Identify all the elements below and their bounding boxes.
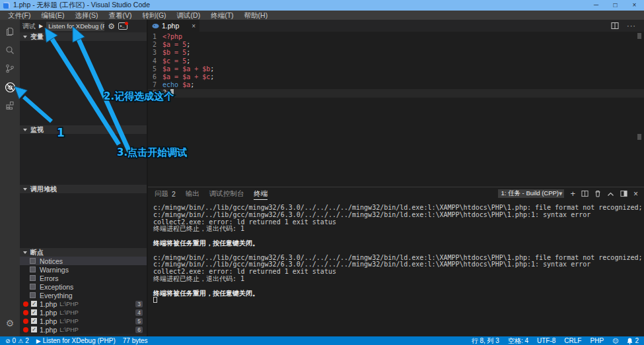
breakpoint-line-badge: 5 [135, 318, 143, 325]
menu-item[interactable]: 文件(F) [3, 11, 36, 20]
checkbox-unchecked[interactable] [30, 292, 36, 298]
variables-body [20, 41, 147, 125]
section-header-variables[interactable]: 变量 [20, 32, 147, 41]
activity-bar: ⚙ [0, 20, 20, 336]
panel-tab-label: 调试控制台 [209, 189, 244, 199]
eol-sequence[interactable]: CRLF [564, 337, 581, 344]
code-line: 5$a = $a + $b; [148, 65, 644, 73]
breakpoint-row[interactable]: ✓1.phpL:\PHP3 [20, 299, 147, 308]
close-panel-icon[interactable]: × [633, 189, 638, 199]
move-panel-icon[interactable] [620, 190, 627, 197]
breakpoint-row[interactable]: ✓1.phpL:\PHP5 [20, 317, 147, 325]
tab-1php[interactable]: 1.php × [148, 20, 199, 32]
checkbox-unchecked[interactable] [30, 258, 36, 264]
cursor-position[interactable]: 行 8, 列 3 [472, 336, 499, 345]
menu-item[interactable]: 编辑(E) [36, 11, 69, 20]
feedback-smiley-icon[interactable]: ☺ [612, 338, 618, 344]
tab-bar: 1.php × ··· [148, 20, 644, 32]
panel-tab-终端[interactable]: 终端 [254, 187, 268, 200]
settings-gear-icon[interactable]: ⚙ [0, 315, 20, 332]
start-debug-button[interactable]: ▶ [39, 23, 43, 29]
play-icon: ▶ [36, 338, 41, 344]
search-icon[interactable] [0, 42, 20, 59]
menu-item[interactable]: 查看(V) [103, 11, 137, 20]
panel-tab-输出[interactable]: 输出 [186, 187, 199, 200]
code-editor[interactable]: 1<?php2$a = 5;3$b = 5;4$c = 5;5$a = $a +… [148, 32, 644, 187]
section-header-call-stack[interactable]: 调用堆栈 [20, 185, 147, 193]
breakpoint-dot-icon [23, 301, 28, 307]
section-header-watch[interactable]: 监视 [20, 125, 147, 134]
breakpoint-row[interactable]: ✓1.phpL:\PHP4 [20, 308, 147, 317]
breakpoint-row[interactable]: ✓1.phpL:\PHP6 [20, 325, 147, 334]
terminal-output[interactable]: c:/mingw/bin/../lib/gcc/mingw32/6.3.0/..… [148, 200, 644, 336]
code-token: $a [182, 65, 190, 73]
menu-item[interactable]: 选择(S) [69, 11, 103, 20]
section-header-breakpoints[interactable]: 断点 [20, 248, 147, 257]
checkbox-unchecked[interactable] [30, 275, 36, 281]
code-token: $b [162, 49, 170, 57]
line-number: 5 [148, 65, 162, 73]
close-button[interactable]: × [625, 0, 644, 11]
terminal-line: 终端进程已终止，退出代码: 1 [153, 226, 644, 233]
code-token: $c [202, 73, 210, 81]
filter-label: Exceptions [40, 283, 73, 291]
checkbox-checked[interactable]: ✓ [31, 318, 37, 324]
terminal-selector-dropdown[interactable]: 1: 任务 - Build (CPP)▼ [498, 189, 564, 198]
line-number: 4 [148, 57, 162, 65]
problems-status[interactable]: ⊘ 0 ⚠ 2 [5, 337, 29, 344]
split-editor-icon[interactable] [611, 22, 619, 30]
breakpoint-dot-icon [23, 319, 28, 324]
breakpoint-filter-row[interactable]: Everything [20, 291, 147, 299]
debug-console-icon[interactable]: ▸_ [118, 22, 127, 30]
minimize-button[interactable]: ─ [587, 0, 606, 11]
checkbox-unchecked[interactable] [30, 267, 36, 272]
title-bar: 1.php - 无标题 (工作区) - Visual Studio Code ─… [0, 0, 644, 11]
tab-close-icon[interactable]: × [192, 22, 196, 30]
code-line: 3$b = 5; [148, 49, 644, 57]
extensions-icon[interactable] [0, 97, 20, 114]
kill-terminal-icon[interactable] [594, 190, 601, 197]
debug-config-dropdown[interactable]: Listen for XDebug (PHI ▼ [46, 22, 104, 31]
split-terminal-icon[interactable] [581, 190, 589, 197]
bottom-panel: 问题2输出调试控制台终端1: 任务 - Build (CPP)▼+× c:/mi… [148, 187, 644, 336]
source-control-icon[interactable] [0, 60, 20, 77]
menu-item[interactable]: 终端(T) [205, 11, 238, 20]
breakpoint-filter-row[interactable]: Errors [20, 274, 147, 282]
explorer-icon[interactable] [0, 23, 20, 40]
checkbox-unchecked[interactable] [30, 284, 36, 290]
menu-item[interactable]: 转到(G) [137, 11, 171, 20]
breakpoint-filter-row[interactable]: Notices [20, 257, 147, 265]
notifications-bell[interactable]: 2 [627, 337, 639, 344]
more-actions-icon[interactable]: ··· [627, 22, 636, 30]
code-token: $a [182, 81, 190, 89]
code-token: ; [186, 57, 190, 65]
new-terminal-icon[interactable]: + [570, 189, 575, 198]
menu-item[interactable]: 调试(D) [172, 11, 206, 20]
indentation[interactable]: 空格: 4 [508, 336, 528, 345]
panel-tab-调试控制台[interactable]: 调试控制台 [209, 187, 244, 200]
breakpoint-filter-row[interactable]: Exceptions [20, 282, 147, 291]
line-number: 7 [148, 81, 162, 89]
code-token: $a [182, 73, 190, 81]
code-token: ?> [162, 89, 170, 97]
menu-item[interactable]: 帮助(H) [239, 11, 273, 20]
debug-icon[interactable] [0, 78, 20, 96]
breakpoint-line-badge: 6 [135, 327, 143, 333]
scrollbar-mark [637, 33, 641, 39]
checkbox-checked[interactable]: ✓ [31, 301, 37, 307]
language-mode[interactable]: PHP [590, 337, 604, 344]
menu-bar: 文件(F)编辑(E)选择(S)查看(V)转到(G)调试(D)终端(T)帮助(H) [0, 11, 644, 20]
checkbox-checked[interactable]: ✓ [31, 327, 37, 332]
checkbox-checked[interactable]: ✓ [31, 309, 37, 315]
maximize-button[interactable]: □ [606, 0, 625, 11]
breakpoint-filter-row[interactable]: Warnings [20, 265, 147, 274]
configure-gear-icon[interactable]: ⚙ [108, 22, 115, 30]
encoding[interactable]: UTF-8 [537, 337, 555, 344]
call-stack-body [20, 193, 147, 248]
panel-tab-问题[interactable]: 问题2 [155, 187, 176, 200]
panel-tab-label: 终端 [254, 189, 268, 199]
chevron-down-icon: ▼ [559, 191, 562, 197]
warning-count: 2 [25, 337, 29, 344]
debug-status[interactable]: ▶ Listen for XDebug (PHP) [36, 337, 116, 344]
maximize-panel-icon[interactable] [607, 191, 614, 197]
